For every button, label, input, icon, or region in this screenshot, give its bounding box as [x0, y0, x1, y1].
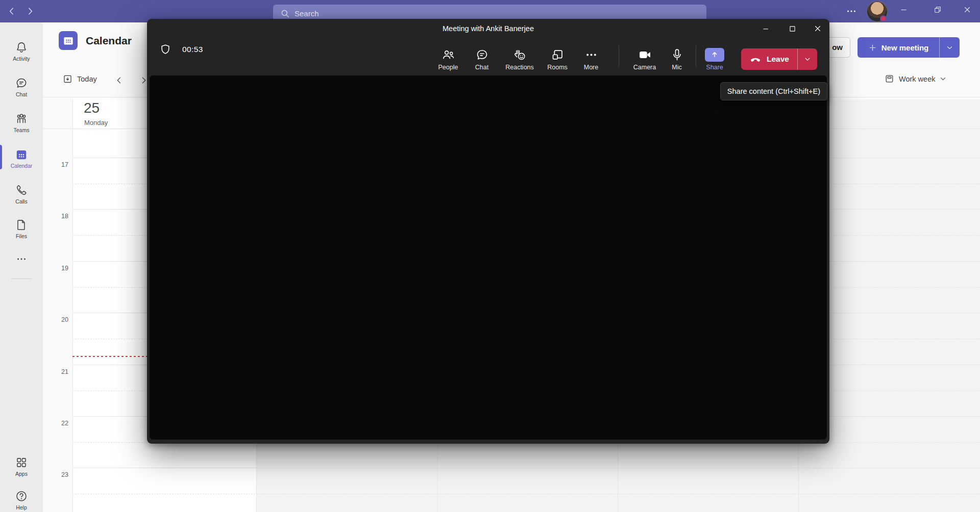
calendar-icon	[15, 148, 28, 161]
sidebar-item-teams[interactable]: Teams	[0, 106, 43, 139]
meeting-minimize-button[interactable]	[754, 19, 777, 38]
sidebar-item-files[interactable]: Files	[0, 212, 43, 245]
sidebar-item-label: Files	[16, 233, 27, 239]
time-label: 20	[43, 316, 68, 323]
sidebar-item-label: Calls	[15, 198, 27, 204]
reactions-icon	[513, 48, 527, 62]
mic-icon	[670, 48, 684, 62]
search-placeholder: Search	[295, 9, 319, 18]
share-arrow-icon	[705, 48, 724, 62]
more-dots-icon	[16, 253, 27, 265]
leave-dropdown-button[interactable]	[797, 48, 817, 70]
calendar-today-icon	[62, 73, 73, 84]
chevron-right-icon	[139, 76, 148, 85]
minimize-icon	[899, 5, 909, 14]
grid-line	[72, 99, 73, 512]
time-label: 17	[43, 161, 68, 168]
settings-and-more-button[interactable]	[841, 4, 862, 19]
chat-button[interactable]: Chat	[465, 43, 499, 75]
new-meeting-label: New meeting	[881, 43, 929, 52]
time-label: 21	[43, 368, 68, 375]
share-tooltip: Share content (Ctrl+Shift+E)	[720, 82, 827, 100]
view-label: Work week	[899, 75, 935, 83]
sidebar-item-calls[interactable]: Calls	[0, 177, 43, 210]
meeting-info-group: 00:53	[159, 43, 203, 56]
mic-button[interactable]: Mic	[663, 43, 691, 75]
camera-icon	[638, 48, 652, 62]
shield-icon[interactable]	[159, 43, 172, 56]
toolbar-label: Reactions	[505, 64, 534, 71]
leave-label: Leave	[767, 55, 789, 64]
sidebar-item-apps[interactable]: Apps	[0, 450, 43, 482]
back-button[interactable]	[4, 4, 19, 19]
more-dots-icon	[584, 48, 598, 62]
teams-app: Search Activity Chat Teams	[0, 0, 980, 512]
hangup-icon	[749, 53, 762, 65]
toolbar-label: Camera	[633, 64, 656, 71]
app-minimize-button[interactable]	[892, 0, 916, 19]
minimize-icon	[762, 24, 770, 33]
close-icon	[963, 5, 972, 14]
rooms-icon	[551, 48, 565, 62]
meeting-titlebar: Meeting with Ankit Banerjee	[147, 19, 829, 38]
new-meeting-dropdown-button[interactable]	[939, 37, 960, 58]
chevron-left-icon	[115, 76, 124, 85]
camera-button[interactable]: Camera	[627, 43, 663, 75]
meeting-title: Meeting with Ankit Banerjee	[147, 24, 829, 33]
chevron-down-icon	[946, 44, 953, 52]
app-close-button[interactable]	[955, 0, 979, 19]
search-icon	[280, 9, 290, 18]
app-restore-button[interactable]	[926, 0, 949, 19]
sidebar-item-label: Help	[16, 504, 27, 510]
forward-button[interactable]	[22, 4, 38, 19]
sidebar-item-help[interactable]: Help	[0, 483, 43, 512]
today-label: Today	[77, 75, 97, 83]
chevron-down-icon	[939, 75, 947, 83]
time-label: 18	[43, 213, 68, 220]
presence-badge	[880, 15, 887, 22]
sidebar-divider	[11, 278, 32, 279]
chevron-down-icon	[804, 56, 811, 63]
time-label: 23	[43, 471, 68, 478]
previous-day-button[interactable]	[111, 72, 127, 88]
meeting-stage	[150, 75, 827, 440]
meeting-window: Meeting with Ankit Banerjee 00:53 People	[147, 19, 829, 444]
sidebar-more-apps-button[interactable]	[0, 249, 43, 269]
calendar-app-icon	[59, 31, 78, 50]
page-title: Calendar	[86, 35, 132, 47]
reactions-button[interactable]: Reactions	[499, 43, 541, 75]
maximize-icon	[788, 24, 797, 33]
more-button[interactable]: More	[574, 43, 608, 75]
toolbar-label: Rooms	[547, 64, 568, 71]
app-rail: Activity Chat Teams Calendar Calls Files	[0, 22, 43, 512]
new-meeting-button[interactable]: New meeting	[857, 37, 960, 58]
sidebar-item-activity[interactable]: Activity	[0, 35, 43, 67]
rooms-button[interactable]: Rooms	[541, 43, 574, 75]
leave-button[interactable]: Leave	[741, 48, 817, 70]
toolbar-label: Mic	[672, 64, 681, 71]
leave-main[interactable]: Leave	[741, 48, 797, 70]
toolbar-label: Chat	[475, 64, 488, 71]
people-group-icon	[15, 112, 28, 125]
sidebar-item-chat[interactable]: Chat	[0, 70, 43, 103]
meeting-timer: 00:53	[182, 45, 203, 54]
time-label: 22	[43, 420, 68, 427]
today-button[interactable]: Today	[62, 73, 97, 84]
sidebar-item-label: Activity	[13, 56, 30, 62]
grid-line	[72, 468, 980, 468]
people-button[interactable]: People	[431, 43, 465, 75]
apps-grid-icon	[15, 456, 28, 469]
new-meeting-main[interactable]: New meeting	[857, 37, 939, 58]
meeting-close-button[interactable]	[806, 19, 829, 38]
toolbar-divider	[696, 45, 696, 67]
chevron-left-icon	[7, 6, 17, 16]
sidebar-item-calendar[interactable]: Calendar	[0, 142, 43, 174]
sidebar-item-label: Chat	[16, 91, 27, 97]
meeting-maximize-button[interactable]	[780, 19, 804, 38]
share-button[interactable]: Share	[698, 43, 731, 75]
sidebar-item-label: Apps	[15, 471, 28, 477]
grid-halfhour-line	[72, 494, 980, 494]
view-selector[interactable]: Work week	[884, 73, 947, 84]
day-name: Monday	[84, 119, 108, 126]
more-dots-icon	[846, 6, 857, 17]
